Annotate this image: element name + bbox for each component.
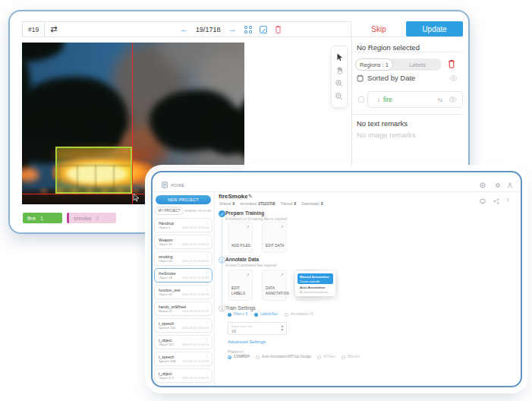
advanced-settings-link[interactable]: Advanced Settings xyxy=(228,339,266,344)
visibility-all-icon[interactable] xyxy=(449,75,458,81)
project-card-handsup[interactable]: Handsup⋮ Object 12023-04-03 10:20:10 xyxy=(154,218,212,232)
grid-view-icon[interactable] xyxy=(244,26,252,33)
project-type: Object 167 xyxy=(159,343,174,346)
share-icon[interactable] xyxy=(493,198,499,204)
project-type: Object 20 xyxy=(159,292,172,296)
image-toolbar: #19 ⇄ ← 19/1718 → xyxy=(22,21,351,37)
select-chevrons-icon xyxy=(281,325,284,331)
data-annotation-line2: ANNOTATION xyxy=(266,292,289,295)
add-files-card[interactable]: ↗ ADD FILES xyxy=(228,222,253,253)
project-menu-icon[interactable]: ⋮ xyxy=(205,270,209,275)
files-filter[interactable]: Files ≥ 5 xyxy=(228,313,247,317)
edit-title-icon[interactable]: ✎ xyxy=(248,194,253,200)
platform-option-4[interactable]: BModel xyxy=(342,355,360,359)
no-image-remarks: No image remarks xyxy=(357,131,416,139)
platform-1-label: CVMRSH xyxy=(234,355,250,359)
edit-labels-card[interactable]: ↗ EDITLABELS xyxy=(228,270,253,301)
topbar-divider xyxy=(153,191,521,192)
project-menu-icon[interactable]: ⋮ xyxy=(205,220,209,225)
labels-tab[interactable]: Labels xyxy=(393,58,442,71)
project-menu-icon[interactable]: ⋮ xyxy=(205,254,209,258)
sidebar-header: Skip Update xyxy=(351,21,463,37)
delete-image-icon[interactable] xyxy=(275,25,282,33)
annotated-filter[interactable]: Annotated ≥ 5 xyxy=(285,313,313,317)
tab-my-project[interactable]: MY PROJECT xyxy=(155,207,184,215)
labels-set-filter[interactable]: Labels/Set xyxy=(254,313,278,317)
region-visibility-icon[interactable] xyxy=(449,96,457,103)
edit-data-card[interactable]: ↗ EDIT DATA xyxy=(262,222,287,253)
regions-labels-toggle: Regions : 1 Labels xyxy=(355,58,442,71)
project-menu-icon[interactable]: ⋮ xyxy=(205,354,209,358)
select-label: Batch size / set xyxy=(231,324,252,328)
export-icon[interactable] xyxy=(480,198,486,204)
edit-annotation-icon[interactable] xyxy=(260,26,267,33)
project-type: Motion 67 xyxy=(159,309,172,313)
option-title: Manual Annotation xyxy=(300,275,331,279)
project-menu-icon[interactable]: ⋮ xyxy=(205,237,209,242)
project-type: Speech 164 xyxy=(159,326,175,330)
open-icon: ↗ xyxy=(280,272,284,277)
option-subtitle: AI-assisted annotation xyxy=(300,291,331,295)
project-menu-icon[interactable]: ⋮ xyxy=(205,304,209,308)
project-card-weapon[interactable]: Weapon⋮ Object 152023-05-15 10:08:14 xyxy=(154,235,212,249)
region-list-item[interactable]: 1 fire ¾ xyxy=(367,91,463,108)
project-menu-icon[interactable]: ⋮ xyxy=(205,287,209,292)
new-project-button[interactable]: NEW PROJECT xyxy=(156,195,211,204)
annotation-dropdown: Manual Annotation Create and edit Auto A… xyxy=(295,271,335,296)
project-type: Object 16 xyxy=(159,259,172,263)
project-stats: Shared0 Annotated1711/1718 Trained6 Down… xyxy=(219,203,323,207)
more-icon[interactable]: ! xyxy=(507,197,508,203)
project-title: fireSmoke xyxy=(219,193,248,200)
tab-shared-with-me[interactable]: SHARED WITH ME xyxy=(184,209,212,213)
pan-tool-icon[interactable] xyxy=(336,67,343,74)
project-card-t-speech[interactable]: t_speech⋮ Speech 1642023-09-07 13:32:04 xyxy=(154,318,212,333)
regions-tab[interactable]: Regions : 1 xyxy=(355,58,393,71)
user-profile-icon[interactable] xyxy=(507,182,513,188)
project-card-firesmoke[interactable]: fireSmoke⋮ Object 182024-06-05 11:30:48 xyxy=(154,268,212,283)
batch-size-select[interactable]: Batch size / set 16 xyxy=(228,322,287,335)
project-card-t-object-2[interactable]: t_object⋮ Object 1712023-09-11 15:40:22 xyxy=(154,368,212,383)
settings-gear-icon[interactable] xyxy=(495,182,501,188)
home-label: HOME xyxy=(171,183,185,188)
next-image-button[interactable]: → xyxy=(228,25,237,33)
data-annotation-card[interactable]: ↗ DATAANNOTATION xyxy=(262,270,287,301)
project-menu-icon[interactable]: ⋮ xyxy=(205,371,209,375)
project-card-t-object[interactable]: t_object⋮ Object 1672023-09-07 15:06:14 xyxy=(154,335,212,349)
step3-number: 3 xyxy=(219,305,225,312)
project-date: 2023-09-11 15:40:22 xyxy=(182,377,209,380)
no-region-text: No Region selected xyxy=(357,43,420,52)
prev-image-button[interactable]: ← xyxy=(180,25,188,33)
project-menu-icon[interactable]: ⋮ xyxy=(205,337,209,342)
platform-3-label: MObjet xyxy=(323,355,335,359)
platform-option-2[interactable]: Auto Annotation/MTGpt Nudge xyxy=(256,355,311,359)
tag-fire[interactable]: fire 1 xyxy=(23,213,62,223)
help-icon[interactable] xyxy=(480,182,486,188)
manual-annotation-option[interactable]: Manual Annotation Create and edit xyxy=(297,273,333,284)
stat-label: Annotated xyxy=(240,202,257,206)
stat-value: 1711/1718 xyxy=(258,202,275,206)
delete-region-icon[interactable] xyxy=(448,59,455,68)
logo-icon xyxy=(162,182,168,188)
platform-option-3[interactable]: MObjet xyxy=(317,355,335,359)
tag-smoke[interactable]: smoke 2 xyxy=(67,213,116,223)
region-bounding-box[interactable] xyxy=(55,147,132,194)
project-card-t-speech-2[interactable]: t_speech⋮ Speech 1682023-09-11 11:12:09 xyxy=(154,352,212,366)
project-menu-icon[interactable]: ⋮ xyxy=(205,320,209,325)
auto-annotation-option[interactable]: Auto Annotation AI-assisted annotation xyxy=(297,286,333,294)
project-card-hands-onwheel[interactable]: hands_onWheel⋮ Motion 672023-08-30 09:41… xyxy=(154,302,212,316)
region-checkbox[interactable] xyxy=(358,96,364,103)
platform-option-1[interactable]: CVMRSH xyxy=(228,355,250,359)
project-card-function-test[interactable]: function_test⋮ Object 202023-09-20 14:35… xyxy=(154,285,212,299)
skip-button[interactable]: Skip xyxy=(351,21,406,36)
select-tool-icon[interactable] xyxy=(336,53,343,62)
project-card-smoking[interactable]: smoking⋮ Object 162023-07-25 11:16:45 xyxy=(154,251,212,266)
add-files-label: ADD FILES xyxy=(231,243,250,249)
labels-set-label: Labels/Set xyxy=(260,313,278,317)
home-logo[interactable]: HOME xyxy=(162,182,185,188)
divider xyxy=(351,52,463,52)
swap-icon[interactable]: ⇄ xyxy=(45,24,62,34)
sorted-by-row[interactable]: Sorted by Date xyxy=(357,74,415,82)
update-button[interactable]: Update xyxy=(406,21,463,36)
zoom-out-icon[interactable] xyxy=(335,93,343,100)
zoom-in-icon[interactable] xyxy=(335,80,343,87)
